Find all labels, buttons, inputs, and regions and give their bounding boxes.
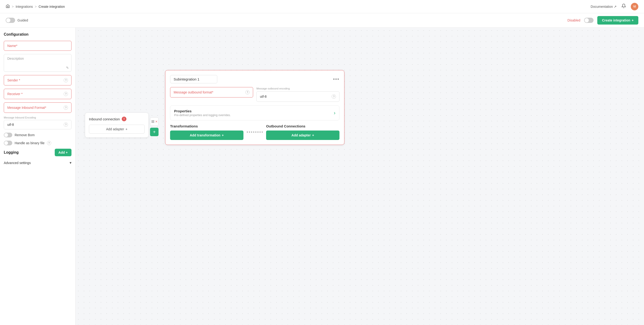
logging-add-label: Add [58, 151, 65, 154]
documentation-link[interactable]: Documentation ↗ [591, 5, 617, 9]
connector-add-icon: + [153, 129, 156, 135]
message-outbound-encoding-field[interactable]: utf-8 ? [256, 91, 340, 102]
inbound-connection-title: Inbound connection [89, 117, 120, 121]
properties-title: Properties [174, 109, 231, 113]
name-input[interactable] [4, 41, 72, 51]
create-integration-button[interactable]: Create integration + [597, 16, 638, 25]
add-adapter-button[interactable]: Add adapter + [266, 131, 340, 140]
handle-binary-toggle[interactable] [4, 141, 12, 145]
connector-add-button[interactable]: + [150, 128, 158, 136]
breadcrumb-current: Create integration [39, 5, 65, 9]
name-field-group [4, 41, 72, 51]
flow-container: Inbound connection ! Add adapter + [80, 32, 639, 174]
documentation-label: Documentation [591, 5, 613, 9]
add-transformation-button[interactable]: Add transformation + [170, 131, 244, 140]
encoding-field[interactable]: utf-8 ? [4, 120, 72, 129]
inbound-card-header: Inbound connection ! [89, 117, 144, 121]
inbound-add-adapter-button[interactable]: Add adapter + [89, 125, 144, 134]
toolbar-left: Guided [6, 18, 28, 23]
logging-title: Logging [4, 150, 19, 155]
properties-row[interactable]: Properties Pre-defined properties and lo… [170, 106, 340, 120]
subintegration-fields-row: Message outbound format* ? Message outbo… [170, 87, 340, 102]
logging-row: Logging Add + [4, 149, 72, 156]
logging-add-icon: + [66, 151, 68, 154]
toolbar: Guided Disabled Create integration + [0, 13, 644, 28]
external-link-icon: ↗ [614, 5, 617, 9]
connector-icons: + [150, 117, 158, 136]
handle-binary-row: Handle as binary file ? [4, 141, 72, 145]
receiver-help-icon[interactable]: ? [64, 92, 68, 96]
message-outbound-encoding-label: Message outbound encoding [256, 87, 340, 90]
handle-binary-label: Handle as binary file [15, 141, 44, 145]
inbound-add-adapter-icon: + [126, 127, 128, 131]
create-integration-plus-icon: + [632, 19, 634, 22]
dot-7 [260, 131, 261, 133]
subintegration-card: ••• Message outbound format* ? Message o… [165, 70, 344, 145]
message-outbound-format-label: Message outbound format* [174, 90, 213, 94]
message-outbound-format-field[interactable]: Message outbound format* ? [170, 87, 253, 98]
notification-bell-icon[interactable] [621, 4, 626, 10]
message-inbound-format-label: Message Inbound Format* [7, 106, 46, 110]
inbound-connection-card: Inbound connection ! Add adapter + [85, 113, 148, 138]
connector-filter-button[interactable] [150, 117, 158, 126]
remove-bom-row: Remove Bom [4, 133, 72, 137]
sender-help-icon[interactable]: ? [64, 78, 68, 82]
disabled-toggle[interactable] [584, 18, 594, 23]
receiver-label: Receiver * [7, 92, 23, 96]
advanced-settings-row[interactable]: Advanced settings ▾ [4, 160, 72, 166]
encoding-help-icon[interactable]: ? [64, 123, 68, 127]
subintegration-header: ••• [170, 75, 340, 83]
create-integration-label: Create integration [602, 19, 630, 22]
outbound-connections-label: Outbound Connections [266, 124, 340, 128]
advanced-settings-chevron-icon: ▾ [70, 160, 72, 165]
sender-field[interactable]: Sender * ? [4, 75, 72, 85]
top-nav: > Integrations > Create integration Docu… [0, 0, 644, 13]
sender-label: Sender * [7, 78, 20, 82]
inbound-add-adapter-label: Add adapter [106, 127, 124, 131]
connector-dots [247, 131, 263, 133]
disabled-label: Disabled [568, 19, 580, 22]
add-transformation-label: Add transformation [190, 133, 220, 137]
dot-1 [247, 131, 248, 133]
receiver-field[interactable]: Receiver * ? [4, 89, 72, 99]
dot-8 [262, 131, 263, 133]
message-inbound-format-field[interactable]: Message Inbound Format* ? [4, 102, 72, 113]
encoding-row: Message Inbound Encoding utf-8 ? [4, 116, 72, 129]
dot-4 [253, 131, 254, 133]
canvas-area[interactable]: Inbound connection ! Add adapter + [76, 28, 644, 325]
subintegration-name-input[interactable] [170, 75, 217, 83]
subintegration-more-button[interactable]: ••• [333, 77, 340, 82]
remove-bom-toggle[interactable] [4, 133, 12, 137]
toolbar-right: Disabled Create integration + [568, 16, 638, 25]
transformations-label: Transformations [170, 124, 244, 128]
message-inbound-format-help-icon[interactable]: ? [64, 106, 68, 110]
add-adapter-icon: + [312, 133, 314, 137]
dot-3 [251, 131, 252, 133]
encoding-sub-label: Message Inbound Encoding [4, 116, 72, 119]
breadcrumb: > Integrations > Create integration [6, 4, 65, 9]
top-nav-right: Documentation ↗ VI [591, 3, 638, 11]
breadcrumb-separator-2: > [35, 5, 36, 9]
breadcrumb-separator-1: > [12, 5, 14, 9]
logging-add-button[interactable]: Add + [55, 149, 72, 156]
edit-icon: ✎ [66, 66, 69, 70]
inbound-warning-icon: ! [122, 117, 126, 121]
advanced-settings-label: Advanced settings [4, 161, 31, 165]
breadcrumb-integrations[interactable]: Integrations [16, 5, 33, 9]
transformations-section: Transformations Add transformation + [170, 124, 244, 140]
bottom-section: Transformations Add transformation + [170, 124, 340, 140]
outbound-connections-section: Outbound Connections Add adapter + [266, 124, 340, 140]
properties-subtitle: Pre-defined properties and logging overr… [174, 114, 231, 117]
home-icon[interactable] [6, 4, 10, 9]
guided-toggle[interactable] [6, 18, 15, 23]
user-avatar[interactable]: VI [631, 3, 638, 11]
remove-bom-label: Remove Bom [15, 133, 35, 137]
message-outbound-encoding-wrapper: Message outbound encoding utf-8 ? [256, 87, 340, 102]
handle-binary-help-icon[interactable]: ? [47, 141, 51, 145]
encoding-value: utf-8 [7, 123, 14, 127]
configuration-title: Configuration [4, 32, 72, 37]
description-input[interactable] [7, 57, 68, 69]
message-outbound-encoding-help-icon[interactable]: ? [332, 94, 336, 99]
dot-5 [255, 131, 256, 133]
message-outbound-format-help-icon[interactable]: ? [245, 90, 250, 94]
